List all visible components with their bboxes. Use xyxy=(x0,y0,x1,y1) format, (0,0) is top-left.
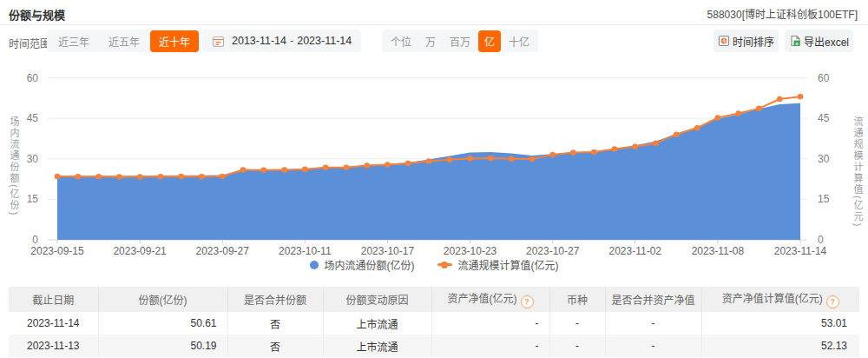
table-cell: 2023-11-14 xyxy=(9,312,98,335)
unit-option[interactable]: 万 xyxy=(419,30,442,52)
right-tick-label: 60 xyxy=(818,72,830,84)
chart-legend: 场内流通份额(亿份)流通规模计算值(亿元) xyxy=(0,257,868,272)
sort-button-label: 时间排序 xyxy=(733,34,774,49)
scale-data-point xyxy=(715,115,721,121)
right-tick-label: 30 xyxy=(818,153,830,165)
scale-data-point xyxy=(220,174,226,180)
panel-header: 份额与规模 588030[博时上证科创板100ETF] xyxy=(0,0,868,25)
table-row[interactable]: 2023-11-1450.61否上市流通---53.01 xyxy=(9,312,859,335)
legend-label: 场内流通份额(亿份) xyxy=(325,257,415,272)
scale-data-point xyxy=(76,174,82,180)
export-button-label: 导出excel xyxy=(804,34,849,49)
export-excel-button[interactable]: x 导出excel xyxy=(785,30,853,52)
table-cell: 52.13 xyxy=(701,335,859,357)
left-tick-label: 0 xyxy=(32,234,38,246)
x-tick-label: 2023-09-27 xyxy=(196,245,250,257)
table-cell: 2023-11-13 xyxy=(9,335,98,357)
chart-canvas: 2023-09-152023-09-212023-09-272023-10-11… xyxy=(0,61,868,259)
date-end: 2023-11-14 xyxy=(297,35,352,47)
scale-data-point xyxy=(467,156,473,162)
scale-data-point xyxy=(261,168,267,174)
table-header-cell: 是否合并资产净值 xyxy=(605,287,701,312)
right-tick-label: 0 xyxy=(818,234,824,246)
right-tick-label: 15 xyxy=(818,193,830,205)
x-tick-label: 2023-10-23 xyxy=(444,245,497,257)
scale-data-point xyxy=(777,96,783,103)
fund-code: 588030[博时上证科创板100ETF] xyxy=(707,6,858,21)
scale-data-point xyxy=(447,156,453,162)
sort-button[interactable]: 时间排序 xyxy=(713,30,779,52)
legend-dot-marker xyxy=(310,261,319,269)
scale-data-point xyxy=(591,149,597,156)
data-table: 截止日期份额(亿份)是否合并份额份额变动原因资产净值(亿元)?币种是否合并资产净… xyxy=(9,287,859,357)
left-tick-label: 15 xyxy=(27,193,39,205)
table-cell: 50.61 xyxy=(98,312,227,335)
scale-data-point xyxy=(674,132,680,138)
date-start: 2013-11-14 xyxy=(232,35,286,47)
time-range-option[interactable]: 近五年 xyxy=(100,30,148,52)
right-axis-title: 流通规模计算值(亿元) xyxy=(851,116,865,228)
scale-data-point xyxy=(55,174,61,180)
scale-data-point xyxy=(488,156,494,162)
x-tick-label: 2023-11-08 xyxy=(692,245,745,257)
table-header-cell: 币种 xyxy=(549,287,605,312)
scale-data-point xyxy=(798,94,804,100)
x-tick-label: 2023-11-14 xyxy=(774,245,827,257)
scale-data-point xyxy=(735,110,741,116)
legend-line-marker xyxy=(437,263,452,266)
scale-data-point xyxy=(364,162,370,169)
scale-data-point xyxy=(633,144,639,150)
table-cell: - xyxy=(605,335,701,357)
unit-option[interactable]: 百万 xyxy=(444,30,477,52)
scale-data-point xyxy=(570,149,576,156)
time-range-option[interactable]: 近十年 xyxy=(150,30,199,52)
time-range-option[interactable]: 近三年 xyxy=(49,30,98,52)
table-header-row: 截止日期份额(亿份)是否合并份额份额变动原因资产净值(亿元)?币种是否合并资产净… xyxy=(9,287,859,312)
date-range-picker[interactable]: 2013-11-14-2023-11-14 xyxy=(202,30,361,52)
table-cell: - xyxy=(549,312,605,335)
scale-data-point xyxy=(240,167,247,173)
table-cell: 53.01 xyxy=(701,312,859,335)
help-icon[interactable]: ? xyxy=(521,295,534,308)
table-header-cell: 资产净值计算值(亿元)? xyxy=(701,287,859,312)
scale-data-point xyxy=(756,106,762,112)
time-range-label: 时间范围 xyxy=(9,36,50,50)
share-scale-chart: 2023-09-152023-09-212023-09-272023-10-11… xyxy=(0,61,868,259)
scale-data-point xyxy=(281,167,287,173)
unit-option[interactable]: 亿 xyxy=(478,30,501,52)
table-cell: 上市流通 xyxy=(323,335,431,357)
table-cell: - xyxy=(431,335,549,357)
sort-icon xyxy=(718,35,730,47)
table-cell: - xyxy=(549,335,605,357)
unit-option[interactable]: 十亿 xyxy=(503,30,536,52)
right-tick-label: 45 xyxy=(818,112,830,124)
excel-icon: x xyxy=(789,35,801,47)
scale-data-point xyxy=(653,140,659,146)
table-cell: 50.19 xyxy=(98,335,227,357)
table-header-cell: 截止日期 xyxy=(9,287,98,312)
date-separator: - xyxy=(290,35,293,47)
legend-item-scale[interactable]: 流通规模计算值(亿元) xyxy=(437,257,559,272)
left-tick-label: 60 xyxy=(27,72,39,84)
scale-data-point xyxy=(549,152,556,158)
scale-data-point xyxy=(405,161,411,167)
table-row[interactable]: 2023-11-1350.19否上市流通---52.13 xyxy=(9,335,859,357)
scale-data-point xyxy=(323,164,329,170)
scale-data-point xyxy=(178,174,184,180)
unit-group: 个位万百万亿十亿 xyxy=(382,30,538,52)
scale-data-point xyxy=(694,125,700,131)
scale-data-point xyxy=(302,167,308,173)
table-cell: 否 xyxy=(227,312,323,335)
x-tick-label: 2023-09-21 xyxy=(113,245,167,257)
scale-data-point xyxy=(385,162,391,168)
table-cell: - xyxy=(605,312,701,335)
legend-item-shares[interactable]: 场内流通份额(亿份) xyxy=(310,257,415,272)
scale-data-point xyxy=(612,146,618,152)
table-cell: 否 xyxy=(227,335,323,357)
unit-option[interactable]: 个位 xyxy=(385,30,418,52)
scale-data-point xyxy=(137,174,143,180)
scale-data-point xyxy=(158,174,164,180)
scale-data-point xyxy=(529,156,536,162)
table-cell: 上市流通 xyxy=(323,312,431,335)
help-icon[interactable]: ? xyxy=(826,295,839,308)
